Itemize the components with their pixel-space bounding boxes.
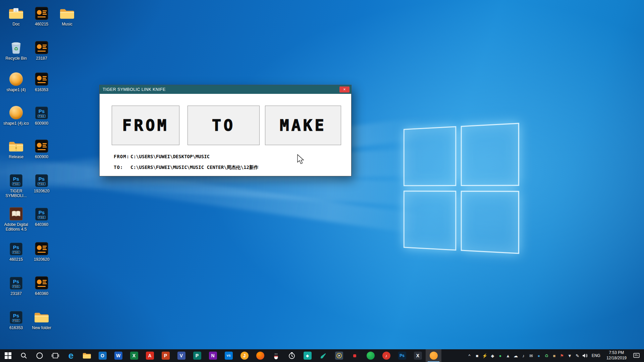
file-explorer-icon[interactable] bbox=[79, 349, 95, 362]
publisher-icon[interactable]: P bbox=[189, 349, 205, 362]
tray-app-2[interactable]: ◆ bbox=[489, 349, 496, 362]
desktop-icon-616353[interactable]: PsPSD616353 bbox=[3, 309, 30, 330]
tiger-symbolic-link-knife-window: TIGER SYMBOLIC LINK KNIFE × FROM TO MAKE… bbox=[99, 85, 352, 176]
desktop-icon-640360[interactable]: PsPSD640360 bbox=[28, 206, 55, 227]
task-view-button[interactable] bbox=[47, 349, 63, 362]
volume-icon[interactable] bbox=[581, 349, 589, 362]
purple-app-icon-glyph: N bbox=[209, 352, 217, 360]
green-app-icon[interactable] bbox=[363, 349, 378, 362]
tray-recycle[interactable]: ♻ bbox=[543, 349, 550, 362]
desktop-icon-460215[interactable]: PsPSD460215 bbox=[3, 241, 30, 262]
tiger-icon bbox=[35, 241, 48, 255]
taskbar-clock[interactable]: 7:53 PM 12/18/2019 bbox=[603, 350, 630, 361]
j-app-icon[interactable]: J bbox=[236, 349, 252, 362]
tray-green-dot[interactable]: ● bbox=[496, 349, 504, 362]
tiger-icon bbox=[35, 71, 48, 86]
tray-flag-glyph: ⚑ bbox=[560, 353, 564, 358]
tiger-app-icon[interactable] bbox=[426, 349, 441, 362]
tray-music[interactable]: ♪ bbox=[520, 349, 527, 362]
hidden-icons-chevron-glyph: ^ bbox=[468, 353, 470, 358]
desktop-icon-adobe-digital-editions-4-5[interactable]: Adobe Digital Editions 4.5 bbox=[3, 206, 30, 232]
desktop-icon-label: 23187 bbox=[36, 56, 47, 61]
purple-app-icon[interactable]: N bbox=[205, 349, 221, 362]
desktop-icon-new-folder[interactable]: New folder bbox=[28, 309, 55, 330]
desktop-icon-label: Release bbox=[9, 155, 23, 159]
desktop-icon-label: 600900 bbox=[35, 121, 48, 126]
desktop-icon-tiger-symboli[interactable]: PsPSDTIGER SYMBOLI... bbox=[3, 172, 30, 198]
x-app-icon[interactable]: X bbox=[410, 349, 426, 362]
language-indicator[interactable]: ENG bbox=[589, 349, 603, 362]
desktop-icon-1920620[interactable]: PsPSD1920620 bbox=[28, 172, 55, 193]
tray-cloud[interactable]: ☁ bbox=[512, 349, 520, 362]
netease-music-icon[interactable]: ♪ bbox=[378, 349, 394, 362]
visio-icon[interactable]: V bbox=[173, 349, 189, 362]
potplayer-icon[interactable] bbox=[331, 349, 347, 362]
tray-flame[interactable]: ⚡ bbox=[481, 349, 489, 362]
powerpoint-icon[interactable]: P bbox=[158, 349, 173, 362]
dark-app-icon[interactable] bbox=[347, 349, 363, 362]
tray-app-3[interactable]: ▲ bbox=[504, 349, 512, 362]
word-icon-glyph: W bbox=[114, 352, 122, 360]
to-path-value: C:\USERS\FUWEI\MUSIC\MUSIC CENTER\周杰伦\12… bbox=[130, 165, 259, 171]
psd-icon: PsPSD bbox=[35, 206, 48, 221]
tray-flag[interactable]: ⚑ bbox=[558, 349, 566, 362]
brush-app-icon[interactable] bbox=[315, 349, 331, 362]
folder-zip-icon bbox=[8, 138, 24, 153]
edge-icon[interactable]: e bbox=[63, 349, 79, 362]
tray-mail[interactable]: ✉ bbox=[527, 349, 535, 362]
desktop-icon-release[interactable]: Release bbox=[3, 138, 30, 159]
cortana-button[interactable] bbox=[32, 349, 47, 362]
adobe-red-app-icon[interactable]: A bbox=[142, 349, 158, 362]
tray-blue-dot[interactable]: ● bbox=[535, 349, 543, 362]
tray-cloud-glyph: ☁ bbox=[514, 353, 518, 358]
firefox-icon[interactable] bbox=[252, 349, 268, 362]
desktop-icon-shape1-4[interactable]: shape1 (4) bbox=[3, 71, 30, 92]
folder-icon bbox=[34, 309, 49, 324]
tray-app-4[interactable]: ■ bbox=[550, 349, 558, 362]
desktop-icon-shape1-4-ico[interactable]: shape1 (4).ico bbox=[3, 105, 30, 126]
word-icon[interactable]: W bbox=[110, 349, 126, 362]
hidden-icons-chevron[interactable]: ^ bbox=[466, 349, 473, 362]
desktop-icon-640360[interactable]: 640360 bbox=[28, 275, 55, 296]
psd-icon: PsPSD bbox=[10, 241, 22, 255]
timer-app-icon-glyph bbox=[288, 352, 296, 359]
window-titlebar[interactable]: TIGER SYMBOLIC LINK KNIFE × bbox=[100, 85, 351, 94]
pen-icon[interactable]: ✎ bbox=[574, 349, 581, 362]
desktop-icon-music[interactable]: Music bbox=[54, 5, 80, 26]
from-button[interactable]: FROM bbox=[112, 106, 179, 145]
make-button[interactable]: MAKE bbox=[265, 106, 341, 145]
powerpoint-icon-glyph: P bbox=[162, 352, 170, 360]
taskbar-apps: eOWXAPVPNVSJ◆♪PsX bbox=[0, 349, 441, 362]
cortana-button-glyph bbox=[36, 352, 43, 359]
desktop-icon-600900[interactable]: PsPSD600900 bbox=[28, 105, 55, 126]
desktop-icon-label: Recycle Bin bbox=[5, 56, 26, 61]
photoshop-icon[interactable]: Ps bbox=[394, 349, 410, 362]
close-button[interactable]: × bbox=[339, 86, 350, 93]
desktop-icon-23187[interactable]: 23187 bbox=[28, 40, 55, 61]
search-button[interactable] bbox=[16, 349, 32, 362]
timer-app-icon[interactable] bbox=[284, 349, 300, 362]
outlook-icon[interactable]: O bbox=[95, 349, 110, 362]
action-center-button[interactable] bbox=[630, 353, 643, 358]
desktop-icon-label: 640360 bbox=[35, 291, 48, 296]
desktop-icon-doc[interactable]: Doc bbox=[3, 5, 30, 26]
desktop-icon-label: 1920620 bbox=[34, 257, 50, 262]
desktop-icon-label: shape1 (4).ico bbox=[3, 121, 29, 126]
qq-icon[interactable] bbox=[268, 349, 284, 362]
desktop-icon-616353[interactable]: 616353 bbox=[28, 71, 55, 92]
desktop-icon-recycle-bin[interactable]: ♻Recycle Bin bbox=[3, 40, 30, 61]
adobe-red-app-icon-glyph: A bbox=[146, 352, 154, 360]
teal-app-icon[interactable]: ◆ bbox=[300, 349, 315, 362]
excel-icon[interactable]: X bbox=[126, 349, 142, 362]
windows-logo-pane bbox=[461, 191, 519, 254]
tray-mail-glyph: ✉ bbox=[529, 353, 533, 358]
desktop-icon-600900[interactable]: 600900 bbox=[28, 138, 55, 159]
vscode-icon[interactable]: VS bbox=[221, 349, 236, 362]
start-button[interactable] bbox=[0, 349, 16, 362]
to-button[interactable]: TO bbox=[187, 106, 260, 145]
tray-app-5[interactable]: ▼ bbox=[566, 349, 574, 362]
desktop-icon-23187[interactable]: PsPSD23187 bbox=[3, 275, 30, 296]
tray-app-1[interactable]: ■ bbox=[473, 349, 481, 362]
desktop-icon-460215[interactable]: 460215 bbox=[28, 5, 55, 26]
desktop-icon-1920620[interactable]: 1920620 bbox=[28, 241, 55, 262]
